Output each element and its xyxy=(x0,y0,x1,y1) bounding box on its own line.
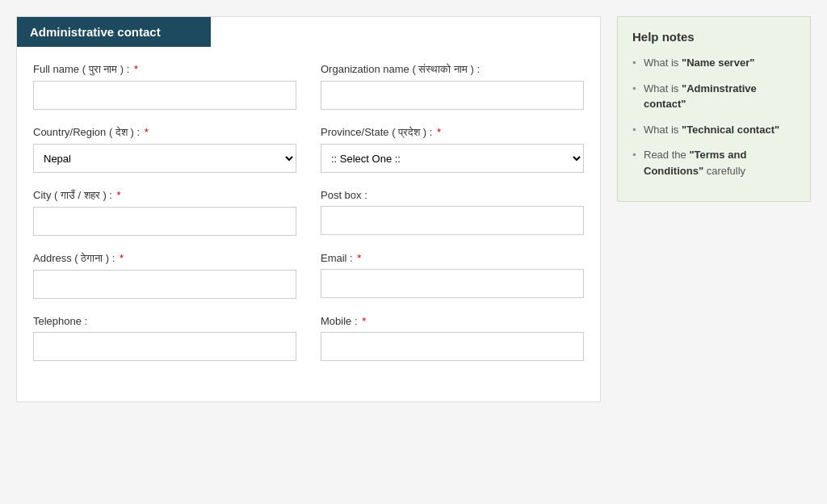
form-row-5: Telephone : Mobile : * xyxy=(33,315,584,361)
form-group-orgname: Organization name ( संस्थाको नाम ) : xyxy=(321,63,584,110)
input-mobile[interactable] xyxy=(321,332,584,361)
label-province: Province/State ( प्रदेश ) : * xyxy=(321,126,584,139)
help-item-admincontact: What is "Adminstrative contact" xyxy=(632,81,796,112)
help-panel: Help notes What is "Name server" What is… xyxy=(617,16,811,402)
form-row-2: Country/Region ( देश ) : * Nepal Provinc… xyxy=(33,126,584,173)
input-telephone[interactable] xyxy=(33,332,296,361)
input-city[interactable] xyxy=(33,207,296,236)
help-title: Help notes xyxy=(632,30,796,44)
required-email: * xyxy=(355,252,362,264)
form-group-province: Province/State ( प्रदेश ) : * :: Select … xyxy=(321,126,584,173)
form-row-3: City ( गाउँ / शहर ) : * Post box : xyxy=(33,189,584,236)
label-fullname: Full name ( पुरा नाम ) : * xyxy=(33,63,296,76)
input-postbox[interactable] xyxy=(321,206,584,235)
form-group-country: Country/Region ( देश ) : * Nepal xyxy=(33,126,296,173)
form-row-1: Full name ( पुरा नाम ) : * Organization … xyxy=(33,63,584,110)
help-list: What is "Name server" What is "Adminstra… xyxy=(632,55,796,178)
form-group-email: Email : * xyxy=(321,252,584,299)
form-row-4: Address ( ठेगाना ) : * Email : * xyxy=(33,252,584,299)
required-province: * xyxy=(434,126,441,138)
required-address: * xyxy=(116,252,124,264)
form-group-address: Address ( ठेगाना ) : * xyxy=(33,252,296,299)
form-header: Administrative contact xyxy=(17,17,211,47)
page-container: Administrative contact Full name ( पुरा … xyxy=(16,16,811,402)
required-mobile: * xyxy=(359,315,367,327)
form-body: Full name ( पुरा नाम ) : * Organization … xyxy=(17,63,600,361)
input-address[interactable] xyxy=(33,270,296,299)
form-group-fullname: Full name ( पुरा नाम ) : * xyxy=(33,63,296,110)
input-email[interactable] xyxy=(321,269,584,298)
label-address: Address ( ठेगाना ) : * xyxy=(33,252,296,265)
select-country[interactable]: Nepal xyxy=(33,144,296,173)
input-fullname[interactable] xyxy=(33,81,296,110)
label-email: Email : * xyxy=(321,252,584,264)
help-item-terms: Read the "Terms and Conditions" carefull… xyxy=(632,147,796,178)
required-country: * xyxy=(141,126,149,138)
label-city: City ( गाउँ / शहर ) : * xyxy=(33,189,296,202)
help-item-techcontact: What is "Technical contact" xyxy=(632,122,796,138)
form-group-telephone: Telephone : xyxy=(33,315,296,361)
help-link-nameserver[interactable]: "Name server" xyxy=(682,57,754,69)
required-fullname: * xyxy=(131,63,138,75)
form-group-postbox: Post box : xyxy=(321,189,584,236)
input-orgname[interactable] xyxy=(321,81,584,110)
form-group-mobile: Mobile : * xyxy=(321,315,584,361)
label-country: Country/Region ( देश ) : * xyxy=(33,126,296,139)
label-telephone: Telephone : xyxy=(33,315,296,327)
label-orgname: Organization name ( संस्थाको नाम ) : xyxy=(321,63,584,76)
help-box: Help notes What is "Name server" What is… xyxy=(617,16,811,202)
required-city: * xyxy=(114,189,121,201)
form-container: Administrative contact Full name ( पुरा … xyxy=(16,16,601,402)
help-link-techcontact[interactable]: "Technical contact" xyxy=(682,124,779,136)
form-group-city: City ( गाउँ / शहर ) : * xyxy=(33,189,296,236)
label-postbox: Post box : xyxy=(321,189,584,201)
select-province[interactable]: :: Select One :: xyxy=(321,144,584,173)
label-mobile: Mobile : * xyxy=(321,315,584,327)
help-item-nameserver: What is "Name server" xyxy=(632,55,796,71)
